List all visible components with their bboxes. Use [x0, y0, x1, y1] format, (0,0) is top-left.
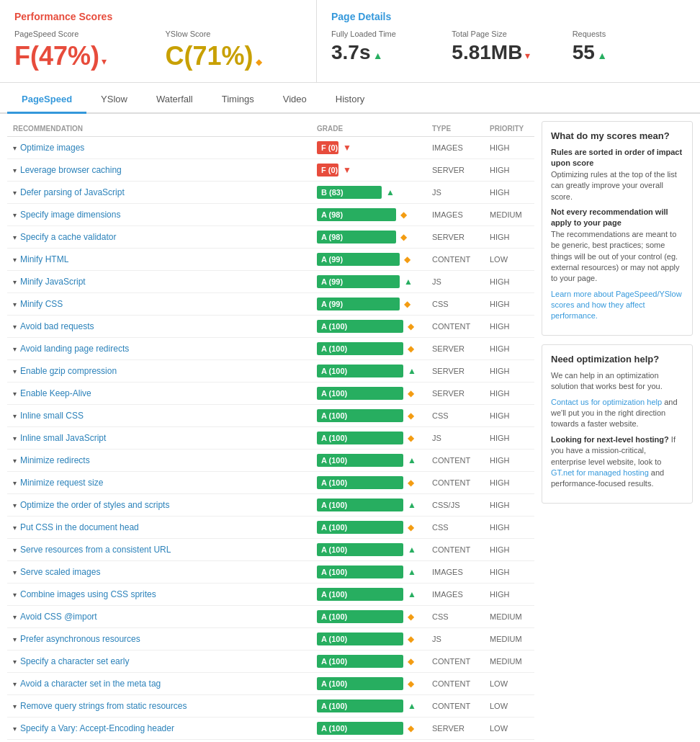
table-row: ▾Specify a cache validator A (98) ◆ SERV…	[7, 226, 534, 249]
tab-yslow[interactable]: YSlow	[86, 86, 142, 114]
grade-bar: A (100)	[317, 699, 403, 712]
row-name[interactable]: Optimize images	[20, 143, 84, 153]
grade-icon-up: ▲	[386, 187, 395, 197]
expand-arrow: ▾	[13, 144, 17, 152]
priority-label: HIGH	[490, 501, 510, 509]
row-name[interactable]: Optimize the order of styles and scripts	[20, 500, 169, 510]
priority-label: HIGH	[490, 277, 510, 286]
row-name[interactable]: Serve scaled images	[20, 567, 100, 577]
expand-arrow: ▾	[13, 256, 17, 264]
row-name[interactable]: Inline small CSS	[20, 411, 84, 421]
yslow-score-item: YSlow Score C(71%) ◆	[166, 30, 302, 71]
type-label: SERVER	[432, 344, 465, 353]
type-label: CSS	[432, 523, 449, 532]
row-name[interactable]: Put CSS in the document head	[20, 522, 139, 532]
table-row: ▾Specify image dimensions A (98) ◆ IMAGE…	[7, 204, 534, 226]
grade-icon-diamond: ◆	[408, 656, 414, 666]
row-name[interactable]: Minify HTML	[20, 254, 68, 264]
row-name[interactable]: Enable Keep-Alive	[20, 388, 91, 398]
priority-label: HIGH	[490, 143, 510, 152]
sidebar-box2-link1[interactable]: Contact us for optimization help	[551, 398, 662, 406]
row-name[interactable]: Avoid landing page redirects	[20, 344, 129, 354]
tab-timings[interactable]: Timings	[207, 86, 269, 114]
sidebar-box1-bold1: Rules are sorted in order of impact upon…	[551, 148, 682, 167]
row-name[interactable]: Specify a Vary: Accept-Encoding header	[20, 723, 174, 733]
row-name[interactable]: Defer parsing of JavaScript	[20, 187, 125, 197]
expand-arrow: ▾	[13, 457, 17, 465]
grade-icon-up: ▲	[408, 455, 416, 465]
sidebar-box1-link[interactable]: Learn more about PageSpeed/YSlow scores …	[551, 290, 682, 321]
row-name[interactable]: Remove query strings from static resourc…	[20, 701, 187, 711]
tab-history[interactable]: History	[321, 86, 379, 114]
row-name[interactable]: Inline small JavaScript	[20, 433, 106, 443]
row-name[interactable]: Enable gzip compression	[20, 366, 117, 376]
grade-bar: A (100)	[317, 387, 403, 400]
table-row: ▾Leverage browser caching F (0) ▼ SERVER…	[7, 159, 534, 182]
grade-icon-diamond: ◆	[408, 478, 414, 488]
table-row: ▾Defer parsing of JavaScript B (83) ▲ JS…	[7, 182, 534, 204]
grade-icon-diamond: ◆	[408, 522, 414, 532]
row-name[interactable]: Minify CSS	[20, 299, 63, 309]
row-name[interactable]: Minimize redirects	[20, 455, 90, 465]
grade-bar: A (100)	[317, 633, 403, 645]
expand-arrow: ▾	[13, 613, 17, 621]
table-row: ▾Serve resources from a consistent URL A…	[7, 539, 534, 561]
expand-arrow: ▾	[13, 189, 17, 197]
tab-pagespeed[interactable]: PageSpeed	[7, 86, 86, 114]
expand-arrow: ▾	[13, 725, 17, 733]
size-value-row: 5.81MB ▾	[452, 41, 565, 64]
grade-bar: A (98)	[317, 231, 396, 243]
sidebar-box1-text1: Optimizing rules at the top of the list …	[551, 170, 677, 201]
table-row: ▾Avoid bad requests A (100) ◆ CONTENTHIG…	[7, 316, 534, 338]
grade-bar: A (100)	[317, 365, 403, 377]
row-name[interactable]: Specify image dimensions	[20, 210, 120, 220]
row-name[interactable]: Prefer asynchronous resources	[20, 634, 140, 644]
type-label: CONTENT	[432, 545, 470, 554]
row-name[interactable]: Serve resources from a consistent URL	[20, 545, 171, 555]
pagespeed-value: F(47%) ▾	[14, 41, 151, 71]
type-label: CSS	[432, 300, 449, 308]
row-name[interactable]: Avoid a character set in the meta tag	[20, 679, 161, 689]
tab-video[interactable]: Video	[269, 86, 321, 114]
expand-arrow: ▾	[13, 658, 17, 666]
recommendations-table: RECOMMENDATION GRADE TYPE PRIORITY ▾Opti…	[7, 121, 534, 740]
type-label: CONTENT	[432, 255, 470, 264]
expand-arrow: ▾	[13, 524, 17, 532]
row-name[interactable]: Specify a cache validator	[20, 232, 116, 242]
page-size-item: Total Page Size 5.81MB ▾	[452, 30, 565, 64]
type-label: IMAGES	[432, 210, 463, 219]
row-name[interactable]: Combine images using CSS sprites	[20, 589, 156, 599]
type-label: SERVER	[432, 233, 465, 241]
grade-bar: A (99)	[317, 253, 400, 266]
row-name[interactable]: Specify a character set early	[20, 656, 129, 666]
tab-waterfall[interactable]: Waterfall	[142, 86, 207, 114]
grade-icon-diamond: ◆	[408, 634, 414, 644]
sidebar-box2-link2[interactable]: GT.net for managed hosting	[551, 468, 649, 477]
expand-arrow: ▾	[13, 233, 17, 241]
row-name[interactable]: Avoid CSS @import	[20, 612, 97, 622]
row-name[interactable]: Avoid bad requests	[20, 321, 94, 331]
col-type: TYPE	[426, 121, 484, 137]
requests-value-row: 55 ▲	[573, 41, 686, 64]
type-label: SERVER	[432, 367, 465, 375]
table-row: ▾Prefer asynchronous resources A (100) ◆…	[7, 628, 534, 651]
type-label: JS	[432, 188, 441, 197]
grade-bar: A (99)	[317, 298, 400, 310]
table-section: RECOMMENDATION GRADE TYPE PRIORITY ▾Opti…	[7, 121, 534, 740]
pagespeed-section: Performance Scores PageSpeed Score F(47%…	[0, 0, 317, 82]
priority-label: HIGH	[490, 568, 510, 576]
table-row: ▾Optimize the order of styles and script…	[7, 494, 534, 517]
grade-icon-down: ▼	[343, 143, 351, 153]
loaded-time-item: Fully Loaded Time 3.7s ▲	[331, 30, 444, 64]
grade-icon-diamond: ◆	[400, 232, 407, 242]
pagespeed-score-item: PageSpeed Score F(47%) ▾	[14, 30, 151, 71]
row-name[interactable]: Minify JavaScript	[20, 277, 86, 287]
table-row: ▾Specify a character set early A (100) ◆…	[7, 651, 534, 673]
row-name[interactable]: Leverage browser caching	[20, 165, 122, 175]
main-content: RECOMMENDATION GRADE TYPE PRIORITY ▾Opti…	[0, 114, 700, 742]
grade-bar: F (0)	[317, 164, 338, 176]
expand-arrow: ▾	[13, 367, 17, 375]
table-row: ▾Remove query strings from static resour…	[7, 695, 534, 718]
grade-icon-up: ▲	[408, 545, 416, 555]
row-name[interactable]: Minimize request size	[20, 478, 103, 488]
